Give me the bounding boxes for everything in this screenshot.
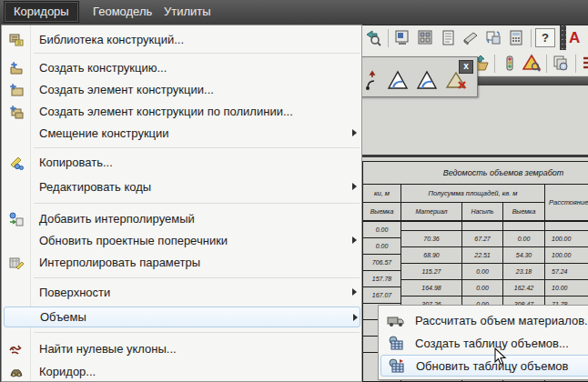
copy-icon [9, 156, 24, 170]
create-subassembly-icon [9, 83, 24, 97]
application-window: Ведомость объемов земработ ки, м Полусум… [0, 0, 588, 382]
toolbar-separator [546, 55, 547, 73]
point-marker-icon[interactable] [365, 70, 380, 94]
table-cell: 22.51 [461, 246, 503, 264]
volumes-submenu: Рассчитать объем материалов... Создать т… [378, 305, 588, 380]
table-title: Ведомость объемов земработ [362, 161, 588, 185]
toolbar-separator [575, 55, 576, 73]
menu-item-add-interpolated[interactable]: Добавить интерполируемый [4, 208, 360, 229]
viewport-divider [362, 155, 588, 157]
calc-material-volume-icon [387, 313, 405, 327]
table-cell: 0.00 [461, 279, 503, 297]
table-cell: 115.27 [400, 263, 462, 280]
table-subheader-embankment: Насыпь [461, 202, 503, 221]
floating-toolbar[interactable]: x [360, 56, 478, 97]
create-subassembly-polyline-icon [9, 105, 24, 119]
table-cell: 23.18 [502, 263, 545, 280]
protractor-icon[interactable] [387, 70, 409, 94]
corridor-icon [9, 365, 24, 379]
mouse-cursor [494, 347, 507, 369]
submenu-item-create-volume-table[interactable]: Создать таблицу объемов... [380, 332, 588, 354]
table-subheader-material: Материал [400, 202, 462, 221]
toolbar-standard: ? A [362, 25, 588, 52]
table-cell: 100.00 [544, 246, 588, 264]
table-cell: 706.57 [362, 254, 401, 271]
protractor-delete-icon[interactable] [445, 70, 469, 94]
display-dialog-icon[interactable] [392, 27, 413, 48]
table-subheader-excavation-left: Выемка [362, 202, 401, 221]
table-cell: 68.90 [400, 246, 462, 264]
table-cell: 162.42 [502, 279, 545, 297]
submenu-item-calc-material-volume[interactable]: Рассчитать объем материалов... [380, 309, 588, 331]
menu-item-construction-library[interactable]: Библиотека конструкций... [4, 29, 360, 50]
create-volume-table-icon [387, 336, 405, 350]
help-icon[interactable]: ? [535, 28, 555, 47]
checklist-icon[interactable] [580, 53, 588, 74]
table-cell: 67.27 [461, 230, 503, 247]
table-cell: 100.00 [544, 230, 588, 247]
menu-item-edit-codes[interactable]: Редактировать коды [4, 176, 360, 197]
update-volume-table-icon [388, 358, 406, 373]
toolbar-separator [531, 29, 532, 47]
table-cell: 0.00 [461, 263, 503, 280]
zero-slopes-icon [9, 342, 24, 357]
menu-item-rebuild-sections[interactable]: Обновить проектные поперечники [4, 230, 360, 251]
sheet-icon[interactable] [461, 27, 482, 48]
menu-separator [34, 53, 360, 54]
table-cell: 164.98 [400, 279, 462, 297]
recycle-icon[interactable] [483, 27, 504, 48]
structure-icon[interactable] [499, 53, 520, 74]
menu-item-create-assembly[interactable]: Создать конструкцию... [4, 57, 360, 78]
submenu-arrow-icon [352, 183, 357, 190]
table-distance-header: Расстояние [544, 184, 588, 221]
menu-item-surfaces[interactable]: Поверхности [4, 282, 360, 303]
table-cell: 0.00 [502, 230, 545, 247]
table-cell: 57.24 [544, 263, 588, 280]
corridors-menu: Библиотека конструкций... Создать констр… [1, 25, 362, 382]
menu-separator [34, 203, 360, 204]
table-cell: 167.07 [362, 286, 401, 304]
panels-icon[interactable] [415, 27, 436, 48]
table-cell: 0.00 [362, 221, 401, 238]
menu-item-interpolate-params[interactable]: Интерполировать параметры [4, 252, 360, 273]
table-area-group-header: Полусумма площадей, кв. м [400, 184, 545, 203]
menu-item-copy[interactable]: Копировать... [4, 152, 360, 173]
interpolate-params-icon [9, 256, 24, 270]
menu-item-corridor[interactable]: Коридор... [4, 361, 360, 382]
menu-separator [34, 332, 360, 333]
menu-item-find-zero-slopes[interactable]: Найти нулевые уклоны... [4, 338, 360, 359]
menu-separator [34, 277, 360, 278]
submenu-arrow-icon [352, 288, 357, 296]
table-left-group-header: ки, м [362, 184, 401, 203]
menubar-item-utilities[interactable]: Утилиты [155, 2, 220, 22]
submenu-arrow-icon [352, 236, 357, 244]
table-cell: 54.30 [502, 246, 545, 264]
menubar-item-corridors[interactable]: Коридоры [4, 1, 79, 23]
error-check-icon[interactable] [522, 53, 542, 74]
add-interpolated-icon [9, 212, 24, 226]
toolbar-separator [494, 55, 495, 73]
menu-item-create-subassembly[interactable]: Создать элемент конструкции... [4, 79, 360, 100]
zoom-previous-icon[interactable] [363, 27, 384, 48]
calculator-icon[interactable] [506, 27, 527, 48]
table-cell: 157.78 [362, 270, 401, 287]
save-copy-icon[interactable] [551, 53, 572, 74]
annotation-a-icon[interactable]: A [569, 29, 580, 47]
library-icon [9, 33, 24, 47]
submenu-arrow-icon [353, 314, 358, 321]
menubar-item-geomodel[interactable]: Геомодель [84, 2, 161, 22]
submenu-item-update-volume-table[interactable]: Обновить таблицу объемов [380, 355, 588, 377]
submenu-arrow-icon [352, 129, 357, 136]
toolbar-grip[interactable] [560, 25, 566, 50]
menu-separator [34, 147, 360, 148]
menu-item-create-subassembly-polyline[interactable]: Создать элемент конструкции по полилинии… [4, 101, 360, 122]
menu-item-assembly-offset[interactable]: Смещение конструкции [4, 123, 360, 144]
table-cell: 0.00 [362, 237, 401, 255]
form-icon[interactable] [438, 27, 459, 48]
menu-item-volumes[interactable]: Объемы [4, 307, 360, 327]
table-subheader-excavation: Выемка [502, 202, 545, 221]
protractor-icon[interactable] [416, 70, 438, 94]
table-cell: 70.36 [400, 230, 462, 247]
create-assembly-icon [9, 61, 24, 75]
toolbar-separator [388, 29, 389, 47]
